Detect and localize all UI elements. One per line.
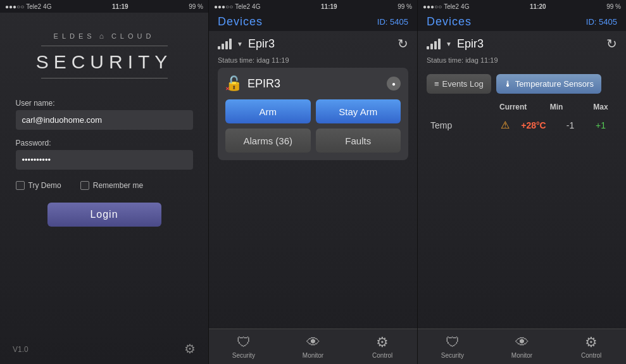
try-demo-label: Try Demo xyxy=(28,181,61,190)
shield-icon-2: 🛡 xyxy=(446,334,460,351)
signal-bar-4 xyxy=(229,39,232,49)
signal-bar-1 xyxy=(218,46,220,49)
nav-security-label-2: Security xyxy=(441,352,464,359)
device-header-1: Devices ID: 5405 xyxy=(209,13,417,31)
refresh-icon-2[interactable]: ↻ xyxy=(606,36,617,51)
remember-me-label: Remember me xyxy=(93,181,143,190)
device1-panel: ●●●○○ Tele2 4G 11:19 99 % Devices ID: 54… xyxy=(209,0,418,364)
nav-monitor-label-2: Monitor xyxy=(511,352,532,359)
signal-bar-2-2 xyxy=(430,44,433,49)
shield-icon-1: 🛡 xyxy=(237,334,251,351)
try-demo-checkbox[interactable]: Try Demo xyxy=(16,181,61,190)
eldes-text-left: ELDES xyxy=(54,32,96,40)
username-input[interactable] xyxy=(16,110,193,130)
device-id-1: ID: 5405 xyxy=(377,17,408,27)
events-log-label: Events Log xyxy=(442,79,484,89)
signal-name-row-1: ▼ Epir3 ↻ xyxy=(209,31,417,56)
bottom-nav-1: 🛡 Security 👁 Monitor ⚙ Control xyxy=(209,329,417,364)
stay-arm-button[interactable]: Stay Arm xyxy=(316,99,401,123)
network-login: 4G xyxy=(43,3,51,10)
battery-d2: 99 % xyxy=(606,3,621,10)
nav-control-label-2: Control xyxy=(581,352,601,359)
try-demo-box[interactable] xyxy=(16,181,25,190)
status-time-1: Status time: idag 11:19 xyxy=(209,56,417,68)
device-name-1: Epir3 xyxy=(248,37,275,51)
action-grid-1: Arm Stay Arm Alarms (36) Faults xyxy=(225,99,401,153)
dropdown-arrow-2[interactable]: ▼ xyxy=(446,41,452,47)
signal-name-row-2: ▼ Epir3 ↻ xyxy=(418,31,626,56)
version-text: V1.0 xyxy=(13,345,28,354)
signal-bar-2-3 xyxy=(434,41,437,49)
nav-security-1[interactable]: 🛡 Security xyxy=(209,334,279,359)
nav-monitor-1[interactable]: 👁 Monitor xyxy=(279,334,348,359)
alarms-button[interactable]: Alarms (36) xyxy=(225,129,311,153)
device2-panel: ●●●○○ Tele2 4G 11:20 99 % Devices ID: 54… xyxy=(418,0,626,364)
status-bar-device2: ●●●○○ Tele2 4G 11:20 99 % xyxy=(418,0,626,13)
gear-icon-1: ⚙ xyxy=(376,334,389,351)
nav-control-1[interactable]: ⚙ Control xyxy=(347,334,417,359)
device-id-2: ID: 5405 xyxy=(586,17,617,27)
time-d1: 11:19 xyxy=(321,3,337,10)
temp-table-header: Current Min Max xyxy=(418,100,626,114)
password-label: Password: xyxy=(16,139,193,147)
signal-dots: ●●●○○ xyxy=(5,3,24,10)
bottom-nav-2: 🛡 Security 👁 Monitor ⚙ Control xyxy=(418,329,626,364)
signal-dots-d2: ●●●○○ xyxy=(423,3,442,10)
temp-max-value: +1 xyxy=(588,120,613,130)
nav-security-label-1: Security xyxy=(232,352,255,359)
logo-divider-bottom xyxy=(41,78,168,78)
temp-row-label: Temp xyxy=(430,120,496,130)
devices-title-2: Devices xyxy=(427,15,472,28)
col-max-header: Max xyxy=(588,103,613,111)
arm-button[interactable]: Arm xyxy=(225,99,311,123)
temperature-sensors-tab[interactable]: 🌡 Temperature Sensors xyxy=(496,74,601,94)
warning-icon: ⚠ xyxy=(501,119,510,131)
col-current-header: Current xyxy=(499,103,525,111)
faults-button[interactable]: Faults xyxy=(316,129,401,153)
signal-bars-2 xyxy=(427,38,441,49)
time-login: 11:19 xyxy=(112,3,128,10)
signal-bar-2 xyxy=(222,44,224,49)
events-icon: ≡ xyxy=(434,79,439,89)
events-log-tab[interactable]: ≡ Events Log xyxy=(427,74,491,94)
temperature-sensors-label: Temperature Sensors xyxy=(515,79,594,89)
status-bar-device1: ●●●○○ Tele2 4G 11:19 99 % xyxy=(209,0,417,13)
remember-me-box[interactable] xyxy=(80,181,89,190)
nav-control-2[interactable]: ⚙ Control xyxy=(556,334,626,359)
device-card-name-1: EPIR3 xyxy=(247,77,382,91)
status-time-2: Status time: idag 11:19 xyxy=(418,56,626,68)
logo-eldes: ELDES ⌂ CLOUD xyxy=(36,32,173,41)
status-bar-login: ●●●○○ Tele2 4G 11:19 99 % xyxy=(0,0,208,13)
username-label: User name: xyxy=(16,99,193,108)
temp-current-value: +28°C xyxy=(515,120,553,130)
remember-me-checkbox[interactable]: Remember me xyxy=(80,181,143,190)
login-form: User name: Password: xyxy=(16,99,193,179)
status-bar-left-d2: ●●●○○ Tele2 4G xyxy=(423,3,469,10)
nav-monitor-2[interactable]: 👁 Monitor xyxy=(487,334,557,359)
login-button[interactable]: Login xyxy=(47,203,161,227)
devices-title-1: Devices xyxy=(218,15,263,28)
carrier-d1: Tele2 xyxy=(235,3,250,10)
password-input[interactable] xyxy=(16,150,193,170)
refresh-icon-1[interactable]: ↻ xyxy=(398,36,408,51)
eye-icon-2: 👁 xyxy=(515,334,529,351)
settings-icon[interactable]: ⚙ xyxy=(184,341,196,356)
device-card-header-1: 🔓 ✕ EPIR3 ● xyxy=(225,75,401,92)
carrier-login: Tele2 xyxy=(26,3,41,10)
nav-security-2[interactable]: 🛡 Security xyxy=(418,334,487,359)
signal-dots-d1: ●●●○○ xyxy=(214,3,233,10)
dropdown-arrow-1[interactable]: ▼ xyxy=(237,41,243,47)
home-icon: ⌂ xyxy=(99,32,108,41)
thermometer-icon: 🌡 xyxy=(504,79,512,89)
network-d2: 4G xyxy=(461,3,469,10)
network-d1: 4G xyxy=(252,3,260,10)
temp-min-value: -1 xyxy=(558,120,583,130)
status-bar-left-d1: ●●●○○ Tele2 4G xyxy=(214,3,260,10)
security-text: SECURITY xyxy=(36,51,173,73)
signal-bars-1 xyxy=(218,38,232,49)
device-header-2: Devices ID: 5405 xyxy=(418,13,626,31)
signal-bar-3 xyxy=(225,41,228,49)
lock-open-icon: 🔓 ✕ xyxy=(225,75,242,92)
lock-x-mark: ✕ xyxy=(225,86,230,92)
device-options-btn[interactable]: ● xyxy=(387,77,401,91)
